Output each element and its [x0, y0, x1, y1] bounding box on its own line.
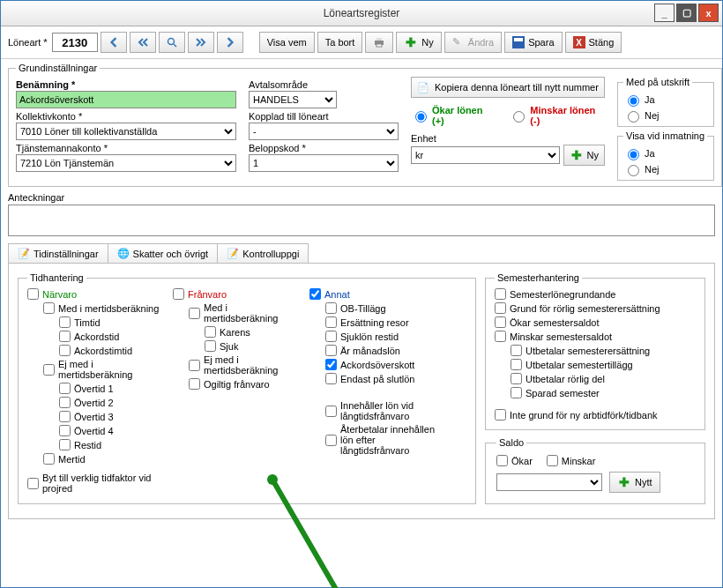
nav-first-button[interactable] [130, 32, 156, 53]
mertid-check[interactable] [43, 453, 55, 465]
annat-check[interactable] [309, 288, 321, 300]
globe-icon: 🌐 [117, 248, 130, 259]
minskar-saldo-check[interactable] [495, 331, 506, 342]
inte-grund-check[interactable] [495, 409, 506, 421]
belopp-select[interactable]: 1 [249, 154, 399, 172]
kopplad-select[interactable]: - [249, 123, 399, 140]
tab-kontrolluppgift[interactable]: 📝Kontrolluppgi [217, 243, 309, 263]
sparad-check[interactable] [511, 387, 522, 398]
edit-icon: 📝 [18, 248, 30, 259]
narvaro-check[interactable] [27, 288, 39, 300]
tab-skatter[interactable]: 🌐Skatter och övrigt [108, 243, 219, 263]
x-icon: X [573, 36, 585, 48]
ut-tillag-check[interactable] [511, 359, 522, 370]
spara-button[interactable]: Spara [504, 32, 562, 53]
enhet-select[interactable]: kr [411, 146, 560, 164]
benamning-input[interactable] [16, 91, 236, 108]
ersatt-check[interactable] [325, 316, 337, 328]
kollektiv-select[interactable]: 7010 Löner till kollektivanställda [16, 123, 236, 140]
grundande-check[interactable] [495, 288, 506, 300]
endast-check[interactable] [325, 373, 337, 384]
ot3-check[interactable] [59, 411, 71, 422]
visavid-legend: Visa vid inmatning [623, 130, 707, 141]
grund-rorlig-check[interactable] [495, 302, 506, 314]
avtal-select[interactable]: HANDELS [249, 91, 337, 108]
ackordstid-check[interactable] [59, 331, 71, 342]
andra-button[interactable]: ✎Ändra [444, 32, 502, 53]
ta-bort-button[interactable]: Ta bort [317, 32, 363, 53]
titlebar: Löneartsregister _ ▢ x [1, 1, 722, 26]
saldo-okar-check[interactable] [496, 455, 508, 466]
anteckningar-input[interactable] [8, 205, 715, 236]
okar-saldo-check[interactable] [495, 316, 506, 328]
innehall-check[interactable] [325, 406, 337, 417]
nav-next-button[interactable] [217, 32, 243, 53]
loneart-label: Löneart * [8, 37, 48, 48]
nav-prev-button[interactable] [101, 32, 127, 53]
restid-check[interactable] [59, 439, 71, 450]
visa-vem-button[interactable]: Visa vem [259, 32, 315, 53]
ogiltig-check[interactable] [189, 378, 200, 390]
minimize-button[interactable]: _ [654, 4, 675, 22]
sjuk-check[interactable] [205, 340, 216, 352]
medpa-nej-radio[interactable]: Nej [623, 108, 660, 123]
nav-search-button[interactable] [159, 32, 185, 53]
ny-button[interactable]: ✚Ny [396, 32, 441, 53]
ot1-check[interactable] [59, 383, 71, 394]
stang-button[interactable]: XStäng [565, 32, 622, 53]
ackover-check[interactable] [325, 359, 337, 370]
plus-icon: ✚ [570, 148, 584, 162]
medpa-ja-radio[interactable]: Ja [623, 93, 655, 107]
ackordstimtid-check[interactable] [59, 345, 71, 356]
copy-icon: 📄 [417, 82, 429, 93]
grundinstallningar-group: Grundinställningar Benämning * Kollektiv… [8, 63, 722, 187]
window-title: Löneartsregister [1, 7, 722, 19]
med-mertid-check[interactable] [43, 302, 55, 314]
tjanste-label: Tjänstemannakonto * [16, 143, 236, 153]
visavid-ja-radio[interactable]: Ja [623, 146, 655, 160]
grund-legend: Grundinställningar [16, 63, 100, 73]
print-button[interactable] [365, 32, 393, 53]
sem-legend: Semesterhantering [495, 272, 582, 283]
med-mertid2-check[interactable] [189, 308, 200, 319]
byt-check[interactable] [27, 478, 39, 489]
tab-tidinstallningar[interactable]: 📝Tidinställningar [8, 243, 108, 263]
kopiera-label: Kopiera denna löneart till nytt nummer [435, 82, 599, 93]
visavid-nej-radio[interactable]: Nej [623, 162, 660, 176]
svg-line-1 [174, 44, 176, 47]
ot2-check[interactable] [59, 397, 71, 408]
enhet-label: Enhet [411, 133, 605, 144]
ot4-check[interactable] [59, 425, 71, 436]
aterbet-check[interactable] [325, 435, 337, 446]
franvaro-check[interactable] [173, 288, 184, 300]
sjuklon-check[interactable] [325, 331, 337, 342]
ut-ersatt-check[interactable] [511, 345, 522, 356]
saldo-select[interactable] [496, 473, 602, 491]
ej-mertid2-check[interactable] [189, 360, 200, 371]
manad-check[interactable] [325, 345, 337, 356]
tjanste-select[interactable]: 7210 Lön Tjänstemän [16, 154, 236, 172]
saldo-minskar-check[interactable] [547, 455, 558, 466]
saldo-legend: Saldo [496, 437, 526, 448]
kopiera-button[interactable]: 📄 Kopiera denna löneart till nytt nummer [411, 77, 605, 98]
ut-rorlig-check[interactable] [511, 373, 522, 384]
enhet-ny-button[interactable]: ✚Ny [563, 145, 605, 166]
belopp-label: Beloppskod * [249, 143, 399, 153]
avtal-label: Avtalsområde [249, 79, 399, 90]
timtid-check[interactable] [59, 316, 71, 328]
plus-icon: ✚ [617, 475, 631, 489]
ej-mertid-check[interactable] [43, 364, 55, 376]
okar-lonen-radio[interactable]: Ökar lönen (+) [411, 105, 495, 126]
kopplad-label: Kopplad till löneart [249, 111, 399, 122]
saldo-nytt-button[interactable]: ✚Nytt [609, 472, 660, 493]
karens-check[interactable] [205, 326, 216, 338]
kollektiv-label: Kollektivkonto * [16, 111, 236, 122]
ob-check[interactable] [325, 302, 337, 314]
maximize-button[interactable]: ▢ [676, 4, 697, 22]
nav-last-button[interactable] [188, 32, 214, 53]
tidhantering-group: Tidhantering Närvaro Med i mertidsberäkn… [18, 272, 476, 504]
close-button[interactable]: x [698, 4, 719, 22]
save-icon [512, 36, 525, 48]
loneart-code-input[interactable] [52, 33, 98, 52]
minskar-lonen-radio[interactable]: Minskar lönen (-) [509, 105, 605, 126]
